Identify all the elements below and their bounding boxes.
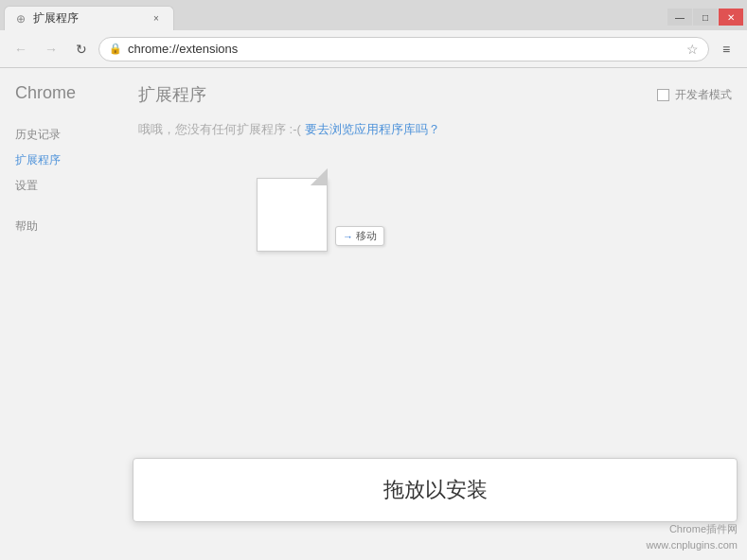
refresh-button[interactable]: ↻ [68,36,95,62]
maximize-button[interactable]: □ [693,9,718,26]
tab-area: 扩展程序 × [0,0,664,30]
address-text: chrome://extensions [128,42,681,56]
developer-mode-control[interactable]: 开发者模式 [657,87,732,103]
tab-title: 扩展程序 [33,10,143,26]
browser-window: 扩展程序 × — □ ✕ ← → ↻ 🔒 chrome://extensions… [0,0,747,560]
sidebar-brand: Chrome [15,83,123,103]
minimize-button[interactable]: — [667,9,692,26]
active-tab[interactable]: 扩展程序 × [4,6,174,30]
developer-mode-checkbox[interactable] [657,89,669,101]
sidebar-item-help[interactable]: 帮助 [15,214,123,239]
content-area: Chrome 历史记录 扩展程序 设置 帮助 扩展程序 开发者模式 哦哦，您没有… [0,68,747,560]
install-banner: 拖放以安装 [133,458,738,522]
drag-arrow-icon: → [343,231,353,242]
tab-close-button[interactable]: × [149,11,164,26]
watermark: Chrome插件网 www.cnplugins.com [646,521,738,552]
bookmark-star-icon[interactable]: ☆ [686,42,699,57]
developer-mode-label: 开发者模式 [675,87,732,103]
store-link[interactable]: 要去浏览应用程序库吗？ [305,122,440,136]
drag-tooltip-text: 移动 [356,229,377,243]
drag-file-area: → 移动 [252,166,332,252]
back-button[interactable]: ← [8,36,34,62]
panel-header: 扩展程序 开发者模式 [138,83,732,106]
main-panel: 扩展程序 开发者模式 哦哦，您没有任何扩展程序 :-( 要去浏览应用程序库吗？ [123,68,747,560]
sidebar-item-settings[interactable]: 设置 [15,173,123,199]
titlebar: 扩展程序 × — □ ✕ [0,0,747,30]
navbar: ← → ↻ 🔒 chrome://extensions ☆ ≡ [0,30,747,68]
file-icon-corner-shadow [311,168,328,185]
sidebar-item-extensions[interactable]: 扩展程序 [15,148,123,173]
address-icon: 🔒 [109,43,122,55]
watermark-line2: www.cnplugins.com [646,537,738,553]
address-bar[interactable]: 🔒 chrome://extensions ☆ [98,37,709,61]
tab-favicon [14,12,27,26]
watermark-line1: Chrome插件网 [646,521,738,537]
sidebar-item-history[interactable]: 历史记录 [15,122,123,148]
menu-button[interactable]: ≡ [713,36,739,62]
sidebar: Chrome 历史记录 扩展程序 设置 帮助 [0,68,123,560]
install-label: 拖放以安装 [383,478,488,501]
forward-button[interactable]: → [38,36,64,62]
window-controls: — □ ✕ [664,0,747,30]
empty-message: 哦哦，您没有任何扩展程序 :-( 要去浏览应用程序库吗？ [138,121,732,138]
sidebar-spacer [15,199,123,214]
file-icon [252,166,332,252]
drag-tooltip: → 移动 [335,226,384,246]
file-icon-body [257,178,328,252]
panel-title: 扩展程序 [138,83,206,106]
close-button[interactable]: ✕ [719,9,743,26]
